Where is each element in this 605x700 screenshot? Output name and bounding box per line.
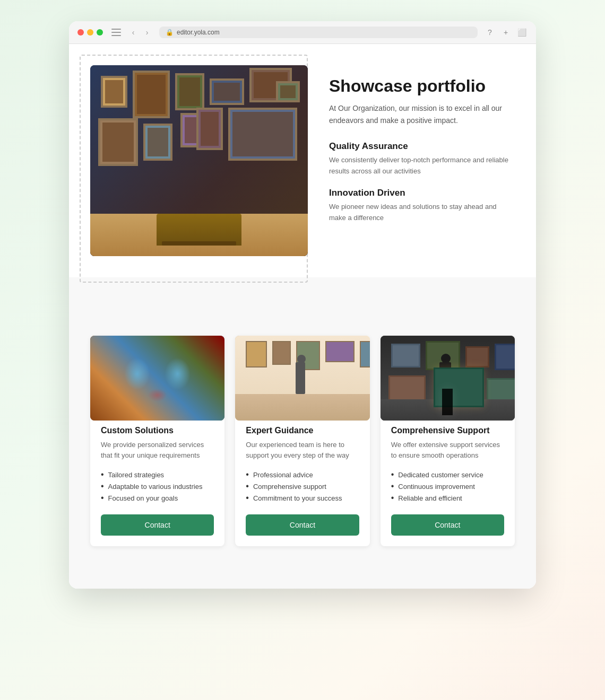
help-button[interactable]: ?	[484, 27, 496, 38]
card-image-1	[90, 336, 224, 421]
card-3-bullets: Dedicated customer service Continuous im…	[391, 469, 504, 504]
hero-image-wrapper	[90, 65, 308, 256]
card-2-bullet-1: Professional advice	[246, 469, 359, 480]
url-text: editor.yola.com	[177, 29, 220, 36]
bottom-spacer	[69, 567, 536, 589]
browser-nav: ‹ ›	[127, 27, 153, 38]
card-1-contact-button[interactable]: Contact	[101, 514, 214, 536]
card-1-title: Custom Solutions	[101, 426, 214, 435]
card-1-body: Custom Solutions We provide personalized…	[90, 415, 224, 546]
browser-window: ‹ › 🔒 editor.yola.com ? + ⬜	[69, 21, 536, 589]
divider-section	[69, 277, 536, 320]
wall-painting-1	[101, 76, 127, 108]
feature-1-title: Quality Assurance	[329, 141, 515, 152]
hero-title: Showcase portfolio	[329, 76, 515, 96]
card-1-bullet-1: Tailored strategies	[101, 469, 214, 480]
wall-painting-7	[98, 118, 138, 166]
face-art	[90, 336, 224, 421]
studio-art	[235, 336, 369, 421]
forward-button[interactable]: ›	[141, 27, 153, 38]
wall-painting-8	[143, 124, 172, 161]
card-1-bullet-3: Focused on your goals	[101, 492, 214, 504]
card-2-bullets: Professional advice Comprehensive suppor…	[246, 469, 359, 504]
card-3-bullet-3: Reliable and efficient	[391, 492, 504, 504]
hero-image	[90, 65, 308, 256]
wall-painting-6	[276, 81, 300, 102]
hero-section: Showcase portfolio At Our Organization, …	[69, 44, 536, 277]
dark-gallery	[381, 336, 515, 421]
back-button[interactable]: ‹	[127, 27, 139, 38]
card-image-2	[235, 336, 369, 421]
maximize-button[interactable]	[97, 29, 103, 36]
extensions-button[interactable]: ⬜	[516, 27, 528, 38]
card-3-body: Comprehensive Support We offer extensive…	[381, 415, 515, 546]
minimize-button[interactable]	[87, 29, 93, 36]
card-1-description: We provide personalized services that fi…	[101, 440, 214, 460]
close-button[interactable]	[77, 29, 84, 36]
lock-icon: 🔒	[166, 29, 174, 36]
card-1-bullet-2: Adaptable to various industries	[101, 480, 214, 492]
card-3-contact-button[interactable]: Contact	[391, 514, 504, 536]
browser-actions: ? + ⬜	[484, 27, 528, 38]
card-2-bullet-3: Commitment to your success	[246, 492, 359, 504]
card-3-description: We offer extensive support services to e…	[391, 440, 504, 460]
address-bar[interactable]: 🔒 editor.yola.com	[159, 27, 478, 38]
hero-description: At Our Organization, our mission is to e…	[329, 102, 515, 126]
card-1-bullets: Tailored strategies Adaptable to various…	[101, 469, 214, 504]
gallery-wall	[90, 65, 308, 256]
traffic-lights	[77, 29, 103, 36]
bench	[157, 214, 241, 246]
card-2-bullet-2: Comprehensive support	[246, 480, 359, 492]
feature-2-title: Innovation Driven	[329, 188, 515, 198]
cards-grid: Custom Solutions We provide personalized…	[90, 336, 515, 546]
wall-painting-11	[196, 108, 223, 150]
card-3-title: Comprehensive Support	[391, 426, 504, 435]
card-2-description: Our experienced team is here to support …	[246, 440, 359, 460]
wall-painting-2	[133, 71, 170, 118]
add-tab-button[interactable]: +	[500, 27, 512, 38]
card-2-body: Expert Guidance Our experienced team is …	[235, 415, 369, 546]
sidebar-toggle-icon[interactable]	[111, 29, 121, 36]
card-1: Custom Solutions We provide personalized…	[90, 336, 224, 546]
card-2: Expert Guidance Our experienced team is …	[235, 336, 369, 546]
card-2-title: Expert Guidance	[246, 426, 359, 435]
browser-content: Showcase portfolio At Our Organization, …	[69, 44, 536, 589]
card-image-3	[381, 336, 515, 421]
card-3-bullet-1: Dedicated customer service	[391, 469, 504, 480]
feature-1-description: We consistently deliver top-notch perfor…	[329, 155, 515, 177]
cards-section: Custom Solutions We provide personalized…	[69, 320, 536, 567]
wall-painting-4	[210, 78, 244, 105]
feature-2-description: We pioneer new ideas and solutions to st…	[329, 202, 515, 224]
wall-painting-3	[175, 73, 204, 110]
card-2-contact-button[interactable]: Contact	[246, 514, 359, 536]
card-3: Comprehensive Support We offer extensive…	[381, 336, 515, 546]
card-3-bullet-2: Continuous improvement	[391, 480, 504, 492]
browser-chrome: ‹ › 🔒 editor.yola.com ? + ⬜	[69, 21, 536, 44]
wall-painting-10	[228, 108, 297, 161]
hero-text: Showcase portfolio At Our Organization, …	[329, 65, 515, 234]
